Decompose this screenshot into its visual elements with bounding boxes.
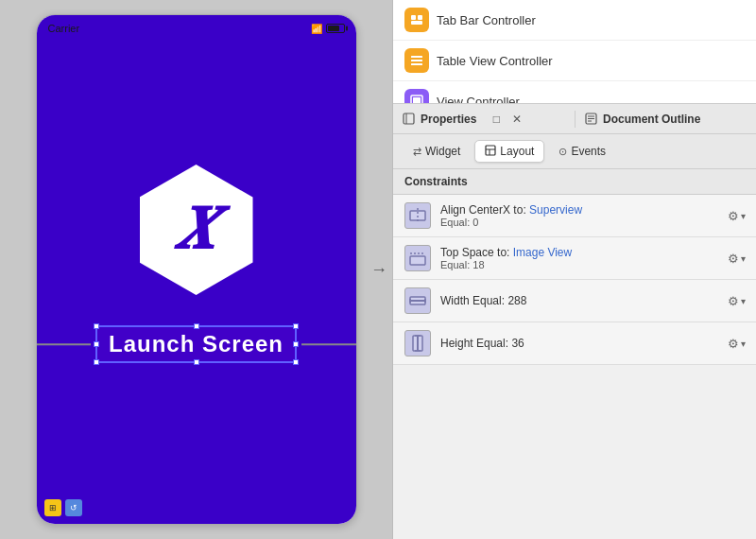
constraint-text-1: Top Space to: Image View Equal: 18 — [440, 246, 718, 270]
constraint-gear-1[interactable]: ⚙ ▾ — [728, 252, 746, 266]
svg-rect-3 — [411, 56, 422, 58]
constraint-title-1: Top Space to: Image View — [440, 246, 718, 259]
viewcontroller-label: View Controller... — [437, 95, 529, 105]
tabs-row: ⇄ Widget Layout ⊙ Events — [393, 134, 756, 169]
viewcontroller-icon — [404, 89, 429, 104]
panel-actions: □ ✕ — [482, 111, 531, 128]
launch-screen-label[interactable]: Launch Screen — [95, 325, 297, 363]
chevron-icon-0[interactable]: ▾ — [741, 211, 746, 221]
svg-rect-5 — [411, 63, 422, 65]
close-btn[interactable]: ✕ — [508, 111, 525, 128]
constraint-icon-2 — [404, 287, 431, 314]
phone-frame: Carrier 📶 𝑿 — [36, 14, 357, 525]
constraint-value-0: Equal: 0 — [440, 217, 718, 228]
svg-rect-0 — [411, 21, 422, 25]
bottom-icon-grid[interactable]: ⊞ — [44, 499, 61, 516]
doc-outline-panel-title: Document Outline — [603, 113, 700, 126]
x-letter: 𝑿 — [176, 198, 216, 258]
constraint-text-0: Align CenterX to: Superview Equal: 0 — [440, 203, 718, 228]
handle-mr[interactable] — [293, 341, 299, 347]
svg-rect-2 — [418, 15, 422, 20]
handle-bl[interactable] — [94, 359, 99, 365]
launch-text: Launch Screen — [109, 331, 284, 356]
constraint-gear-0[interactable]: ⚙ ▾ — [728, 209, 746, 223]
xamarin-logo: 𝑿 — [140, 165, 253, 295]
tabbar-icon — [404, 8, 429, 32]
bottom-icons: ⊞ ↺ — [44, 499, 82, 516]
svg-rect-1 — [411, 15, 416, 20]
constraint-icon-0 — [404, 202, 431, 229]
tableview-icon — [404, 48, 429, 73]
tabbar-label: Tab Bar Controller — [437, 13, 536, 27]
handle-tc[interactable] — [194, 323, 199, 329]
constraint-row-0[interactable]: Align CenterX to: Superview Equal: 0 ⚙ ▾ — [393, 195, 756, 237]
properties-panel: Properties □ ✕ Document Outline ⇄ — [393, 104, 756, 539]
status-bar: Carrier 📶 — [37, 15, 356, 42]
gear-icon-1[interactable]: ⚙ — [728, 252, 739, 266]
handle-tr[interactable] — [293, 323, 299, 329]
storyboard-canvas: → Carrier 📶 𝑿 — [0, 0, 392, 539]
panel-header: Properties □ ✕ Document Outline — [393, 104, 756, 134]
minimize-btn[interactable]: □ — [488, 111, 505, 128]
screen-content: 𝑿 Launch Screen — [37, 42, 356, 524]
svg-rect-19 — [410, 256, 425, 265]
chevron-icon-1[interactable]: ▾ — [741, 253, 746, 264]
gear-icon-3[interactable]: ⚙ — [728, 337, 739, 351]
svg-rect-8 — [404, 113, 414, 124]
constraint-gear-2[interactable]: ⚙ ▾ — [728, 294, 746, 308]
chevron-icon-3[interactable]: ▾ — [741, 339, 746, 349]
label-selection-container[interactable]: Launch Screen — [95, 325, 297, 363]
widget-icon: ⇄ — [413, 146, 421, 158]
handle-ml[interactable] — [94, 341, 99, 347]
handle-tl[interactable] — [94, 323, 99, 329]
handle-br[interactable] — [293, 359, 299, 365]
wifi-icon: 📶 — [311, 24, 322, 34]
doc-outline-icon — [585, 113, 597, 125]
handle-bc[interactable] — [194, 359, 199, 365]
bottom-icon-refresh[interactable]: ↺ — [65, 499, 82, 516]
constraint-text-3: Height Equal: 36 — [440, 337, 718, 350]
right-arrow-line — [301, 343, 356, 345]
svg-rect-14 — [486, 146, 495, 155]
right-panel: Tab Bar Controller Table View Controller… — [393, 0, 756, 539]
gear-icon-2[interactable]: ⚙ — [728, 294, 739, 308]
layout-icon — [485, 145, 496, 158]
outline-item-tableview[interactable]: Table View Controller — [393, 41, 756, 81]
hexagon-shape: 𝑿 — [140, 165, 253, 295]
tableview-label: Table View Controller — [437, 54, 553, 68]
doc-outline-title-section: Document Outline — [576, 113, 756, 126]
status-icons: 📶 — [311, 24, 345, 34]
constraint-gear-3[interactable]: ⚙ ▾ — [728, 337, 746, 351]
constraint-text-2: Width Equal: 288 — [440, 294, 718, 307]
tab-widget[interactable]: ⇄ Widget — [403, 140, 471, 163]
left-arrow-line — [36, 343, 91, 345]
svg-rect-7 — [413, 97, 421, 104]
carrier-label: Carrier — [48, 23, 80, 34]
constraint-icon-3 — [404, 330, 431, 356]
tab-widget-label: Widget — [425, 145, 460, 158]
document-outline-top: Tab Bar Controller Table View Controller… — [393, 0, 756, 104]
outline-item-tabbar[interactable]: Tab Bar Controller — [393, 0, 756, 41]
properties-title-section: Properties □ ✕ — [393, 111, 576, 128]
battery-icon — [326, 24, 345, 33]
gear-icon-0[interactable]: ⚙ — [728, 209, 739, 223]
constraint-row-1[interactable]: Top Space to: Image View Equal: 18 ⚙ ▾ — [393, 237, 756, 280]
constraint-title-2: Width Equal: 288 — [440, 294, 718, 307]
tab-layout-label: Layout — [500, 145, 534, 158]
properties-icon — [403, 113, 415, 125]
constraints-label: Constraints — [404, 175, 468, 188]
tab-events[interactable]: ⊙ Events — [548, 140, 616, 163]
chevron-icon-2[interactable]: ▾ — [741, 296, 746, 306]
outline-item-viewcontroller[interactable]: View Controller... — [393, 81, 756, 104]
properties-panel-title: Properties — [421, 113, 476, 126]
constraint-title-3: Height Equal: 36 — [440, 337, 718, 350]
phone-screen: Carrier 📶 𝑿 — [37, 15, 356, 524]
tab-layout[interactable]: Layout — [474, 140, 544, 163]
constraints-header: Constraints — [393, 169, 756, 195]
tab-events-label: Events — [571, 145, 606, 158]
constraint-row-2[interactable]: Width Equal: 288 ⚙ ▾ — [393, 280, 756, 322]
svg-rect-4 — [411, 60, 422, 61]
constraint-row-3[interactable]: Height Equal: 36 ⚙ ▾ — [393, 322, 756, 365]
constraint-title-0: Align CenterX to: Superview — [440, 203, 718, 217]
constraint-value-1: Equal: 18 — [440, 259, 718, 270]
